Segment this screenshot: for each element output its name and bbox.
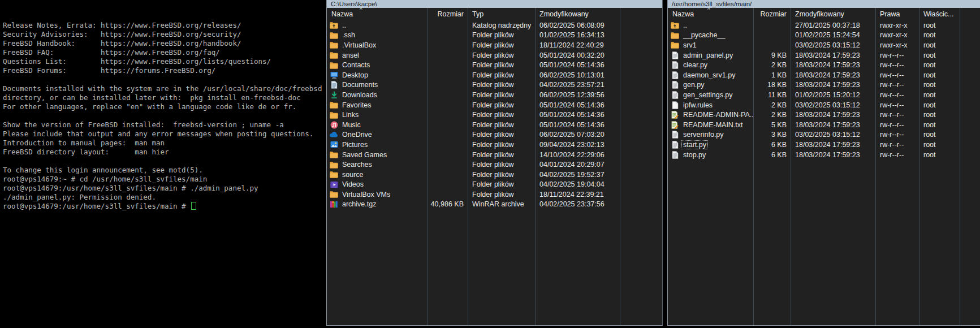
terminal[interactable]: Release Notes, Errata: https://www.FreeB… — [0, 0, 325, 328]
column-separator[interactable] — [753, 8, 754, 325]
file-row[interactable]: gen.py18 KB18/03/2024 17:59:23rw-r--r--r… — [668, 80, 980, 90]
file-row[interactable]: __pycache__01/02/2025 15:24:54rwxr-xr-xr… — [668, 31, 980, 41]
file-row[interactable]: ContactsFolder plików05/01/2024 05:14:36 — [327, 60, 662, 70]
column-header-name[interactable]: Nazwa — [327, 10, 428, 18]
path-bar[interactable]: C:\Users\kacpe\ — [327, 0, 662, 8]
file-row[interactable]: daemon_srv1.py1 KB18/03/2024 17:59:23rw-… — [668, 70, 980, 80]
file-row[interactable]: .sshFolder plików01/02/2025 16:34:13 — [327, 31, 662, 41]
file-row[interactable]: VirtualBox VMsFolder plików18/11/2024 22… — [327, 189, 662, 200]
file-name: Music — [340, 120, 362, 130]
file-name-cell: clear.py — [668, 60, 754, 70]
file-row[interactable]: VideosFolder plików04/02/2025 19:04:04 — [327, 180, 662, 190]
file-row[interactable]: stop.py6 KB18/03/2024 17:59:23rw-r--r--r… — [668, 150, 980, 160]
column-header-owner[interactable]: Właścic... — [919, 10, 960, 18]
file-size — [428, 140, 468, 150]
file-size — [428, 90, 468, 100]
folder-icon — [329, 191, 339, 198]
file-name-cell: Saved Games — [327, 150, 428, 160]
column-separator[interactable] — [468, 8, 468, 325]
column-separator[interactable] — [875, 8, 876, 325]
terminal-line — [3, 157, 325, 166]
file-row[interactable]: Saved GamesFolder plików14/10/2024 22:29… — [327, 150, 662, 160]
file-size — [428, 180, 468, 190]
terminal-line: Release Notes, Errata: https://www.FreeB… — [3, 21, 325, 30]
file-modified: 01/02/2025 15:24:54 — [791, 31, 876, 41]
file-name: Downloads — [340, 90, 379, 100]
file-row[interactable]: anselFolder plików05/01/2024 00:32:20 — [327, 50, 662, 61]
terminal-line: directory, or can be installed later wit… — [3, 93, 325, 102]
file-size — [428, 80, 468, 90]
textdoc-icon — [670, 71, 680, 79]
file-row[interactable]: archive.tgz40,986 KBWinRAR archive04/02/… — [327, 200, 662, 210]
file-row[interactable]: DocumentsFolder plików04/02/2025 23:57:2… — [327, 80, 662, 90]
file-type: Folder plików — [468, 170, 536, 180]
file-modified: 01/02/2025 16:34:13 — [536, 31, 620, 41]
file-row[interactable]: PicturesFolder plików09/04/2024 23:02:13 — [327, 140, 662, 150]
terminal-line: Please include that output and any error… — [3, 130, 325, 139]
file-row[interactable]: ..27/01/2025 00:37:18rwxr-xr-xroot — [668, 20, 980, 31]
file-row[interactable]: DesktopFolder plików06/02/2025 10:13:01 — [327, 70, 662, 80]
file-name: README-MAIN.txt — [681, 120, 745, 130]
terminal-line: Documents installed with the system are … — [3, 84, 325, 93]
file-row[interactable]: README-MAIN.txt5 KB18/03/2024 17:59:23rw… — [668, 120, 980, 130]
file-row[interactable]: ipfw.rules2 KB03/02/2025 03:15:12rw-r--r… — [668, 100, 980, 110]
path-bar[interactable]: /usr/home/s3ll_svfiles/main/ — [668, 0, 980, 8]
column-separator[interactable] — [960, 8, 960, 325]
folder-icon — [329, 111, 339, 119]
column-header-type[interactable]: Typ — [468, 10, 536, 18]
file-name: Favorites — [340, 101, 373, 110]
file-name: Pictures — [340, 140, 369, 149]
file-modified: 04/02/2025 23:57:21 — [536, 80, 620, 90]
file-row[interactable]: serverinfo.py3 KB03/02/2025 03:15:12rw-r… — [668, 130, 980, 140]
column-header-size[interactable]: Rozmiar — [428, 10, 468, 18]
file-row[interactable]: FavoritesFolder plików05/01/2024 05:14:3… — [327, 100, 662, 110]
column-header-name[interactable]: Nazwa — [668, 10, 754, 18]
file-row[interactable]: clear.py2 KB18/03/2024 17:59:23rw-r--r--… — [668, 60, 980, 70]
file-name-cell: .. — [668, 20, 754, 31]
file-row[interactable]: start.py6 KB18/03/2024 17:59:23rw-r--r--… — [668, 140, 980, 150]
column-header-modified[interactable]: Zmodyfikowany — [536, 10, 620, 18]
terminal-cursor — [191, 202, 196, 210]
file-name: ipfw.rules — [681, 101, 714, 110]
file-size: 5 KB — [754, 120, 791, 130]
file-name: Desktop — [340, 71, 370, 80]
file-row[interactable]: MusicFolder plików05/01/2024 05:14:36 — [327, 120, 662, 130]
file-row[interactable]: SearchesFolder plików04/01/2024 20:29:07 — [327, 159, 662, 170]
file-row[interactable]: OneDriveFolder plików06/02/2025 07:03:20 — [327, 130, 662, 140]
file-list: ..Katalog nadrzędny06/02/2025 06:08:09.s… — [327, 20, 662, 209]
file-type: Folder plików — [468, 60, 536, 70]
column-header-row: NazwaRozmiarZmodyfikowanyPrawaWłaścic... — [668, 8, 980, 20]
column-header-perms[interactable]: Prawa — [876, 10, 919, 18]
file-name: srv1 — [681, 41, 698, 50]
file-row[interactable]: .VirtualBoxFolder plików18/11/2024 22:40… — [327, 40, 662, 50]
file-row[interactable]: DownloadsFolder plików06/02/2025 12:39:5… — [327, 90, 662, 100]
file-size — [754, 40, 791, 50]
file-owner: root — [919, 20, 960, 31]
file-name-cell: VirtualBox VMs — [327, 189, 428, 200]
file-row[interactable]: gen_settings.py11 KB01/02/2025 15:20:12r… — [668, 90, 980, 100]
file-name: Links — [340, 110, 360, 119]
column-separator[interactable] — [535, 8, 536, 325]
file-row[interactable]: admin_panel.py9 KB18/03/2024 17:59:23rw-… — [668, 50, 980, 61]
file-size — [428, 159, 468, 170]
file-name: ansel — [340, 51, 361, 60]
file-row[interactable]: srv103/02/2025 03:15:12rwxr-xr-xroot — [668, 40, 980, 50]
terminal-line: FreeBSD Handbook: https://www.FreeBSD.or… — [3, 39, 325, 48]
file-name-cell: Downloads — [327, 90, 428, 100]
column-header-size[interactable]: Rozmiar — [754, 10, 791, 18]
column-separator[interactable] — [791, 8, 791, 325]
terminal-line: To change this login announcement, see m… — [3, 166, 325, 175]
file-row[interactable]: sourceFolder plików04/02/2025 19:52:37 — [327, 170, 662, 180]
file-row[interactable]: README-ADMIN-PA...2 KB18/03/2024 17:59:2… — [668, 110, 980, 120]
file-modified: 18/03/2024 17:59:23 — [791, 70, 876, 80]
file-size — [428, 189, 468, 200]
file-type: Folder plików — [468, 130, 536, 140]
file-size — [428, 50, 468, 61]
column-header-modified[interactable]: Zmodyfikowany — [791, 10, 876, 18]
file-row[interactable]: LinksFolder plików05/01/2024 05:14:36 — [327, 110, 662, 120]
file-row[interactable]: ..Katalog nadrzędny06/02/2025 06:08:09 — [327, 20, 662, 31]
file-modified: 05/01/2024 05:14:36 — [536, 100, 620, 110]
column-separator[interactable] — [620, 8, 620, 325]
column-separator[interactable] — [919, 8, 919, 325]
column-separator[interactable] — [428, 8, 428, 325]
